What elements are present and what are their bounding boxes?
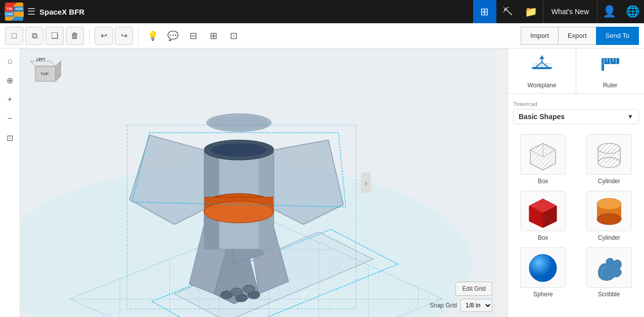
svg-point-67 [529,254,557,282]
import-button[interactable]: Import [521,27,558,45]
svg-point-23 [209,115,269,130]
folder-button[interactable]: 📁 [520,0,543,23]
panel-tools-row: Workplane Ruler [508,48,644,94]
shape-item-box-solid[interactable]: Box [513,191,573,241]
shape-thumb-sphere-solid [520,247,566,288]
library-name: Basic Shapes [519,113,565,121]
shape-item-box-outline[interactable]: Box [513,134,573,185]
dropdown-arrow-icon: ▼ [627,113,633,120]
library-dropdown-button[interactable]: Basic Shapes ▼ [513,109,639,124]
shape-thumb-cylinder-solid [586,191,632,231]
nav-right: ⊞ ⛏ 📁 What's New 👤 🌐 [473,0,644,23]
left-tools-panel: ⌂ ⊕ + − ⊡ [0,48,20,317]
new-shape-button[interactable]: □ [5,27,23,45]
shape-thumb-scribble [586,247,632,288]
toolbar-separator-1 [89,28,89,43]
shape-label-cylinder-outline: Cylinder [598,178,620,185]
toolbar-action-group: Import Export Send To [521,27,639,45]
ruler-icon [599,53,622,80]
svg-point-21 [212,143,266,156]
snap-grid-select[interactable]: 1/8 in 1/4 in 1/2 in 1 in [460,299,492,312]
fit-view-button[interactable]: ⊕ [3,73,18,88]
shape-item-scribble[interactable]: Scribble [579,247,639,298]
snap-grid-row: Snap Grid 1/8 in 1/4 in 1/2 in 1 in [430,299,492,312]
export-button[interactable]: Export [558,27,596,45]
edit-grid-button[interactable]: Edit Grid [455,282,492,296]
ruler-button[interactable]: Ruler [576,48,644,93]
shape-item-cylinder-solid[interactable]: Cylinder [579,191,639,241]
align-button[interactable]: ⊟ [184,27,202,45]
shape-item-sphere-solid[interactable]: Sphere [513,247,573,298]
group-button[interactable]: ⊡ [224,27,243,45]
toolbar-separator-2 [138,28,139,43]
library-brand: Tinkercad [513,101,639,107]
svg-point-65 [597,214,621,225]
right-panel: Workplane Ruler [508,48,644,317]
svg-point-30 [231,288,243,296]
library-header: Tinkercad Basic Shapes ▼ [513,99,639,128]
shape-thumb-cylinder-outline [586,134,632,175]
toolbar: □ ⧉ ❏ 🗑 ↩ ↪ 💡 💬 ⊟ ⊞ ⊡ Import Export Send… [0,23,644,48]
shapes-grid: Box [513,134,639,298]
viewport[interactable]: TOP LEFT [20,48,497,317]
hamburger-icon[interactable]: ☰ [27,6,35,17]
home-view-button[interactable]: ⌂ [3,54,18,69]
copy-button[interactable]: ⧉ [25,27,43,45]
ruler-label: Ruler [603,82,618,89]
delete-button[interactable]: 🗑 [66,27,84,45]
logo[interactable]: TIN KER CAD [5,3,23,21]
rocket-scene [20,48,497,317]
project-title: SpaceX BFR [39,8,84,16]
hammer-button[interactable]: ⛏ [496,0,520,23]
svg-point-66 [597,198,621,209]
avatar-button[interactable]: 🌐 [621,0,644,23]
svg-point-58 [598,157,620,168]
viewport-bottom-controls: Edit Grid Snap Grid 1/8 in 1/4 in 1/2 in… [430,282,492,312]
comment-button[interactable]: 💬 [164,27,182,45]
workplane-label: Workplane [527,82,556,89]
shape-library: Tinkercad Basic Shapes ▼ [508,94,644,317]
snap-grid-label: Snap Grid [430,302,457,309]
shape-label-scribble: Scribble [598,291,620,298]
shape-thumb-box-solid [520,191,566,231]
undo-button[interactable]: ↩ [95,27,113,45]
duplicate-button[interactable]: ❏ [45,27,64,45]
shape-thumb-box-outline [520,134,566,175]
grid-view-button[interactable]: ⊞ [473,0,496,23]
workplane-button[interactable]: Workplane [508,48,576,93]
top-nav: TIN KER CAD ☰ SpaceX BFR ⊞ ⛏ 📁 What's Ne… [0,0,644,23]
shape-label-box-outline: Box [538,178,548,185]
logo-area: TIN KER CAD ☰ SpaceX BFR [0,3,89,21]
layers-button[interactable]: ⊡ [3,130,18,145]
zoom-out-button[interactable]: − [3,111,18,126]
shape-label-cylinder-solid: Cylinder [598,234,620,241]
workplane-icon [529,53,555,80]
zoom-in-button[interactable]: + [3,92,18,107]
svg-marker-40 [539,56,544,59]
user-icon-button[interactable]: 👤 [597,0,621,23]
mirror-button[interactable]: ⊞ [204,27,222,45]
main-area: ⌂ ⊕ + − ⊡ TOP LEFT [0,48,644,317]
shape-label-sphere-solid: Sphere [533,291,553,298]
light-button[interactable]: 💡 [144,27,162,45]
svg-rect-47 [602,64,604,71]
send-to-button[interactable]: Send To [596,27,639,45]
whats-new-button[interactable]: What's New [543,0,597,23]
panel-collapse-button[interactable]: › [361,173,371,193]
shape-item-cylinder-outline[interactable]: Cylinder [579,134,639,185]
redo-button[interactable]: ↪ [115,27,133,45]
svg-point-31 [243,285,255,293]
shape-label-box-solid: Box [538,234,548,241]
